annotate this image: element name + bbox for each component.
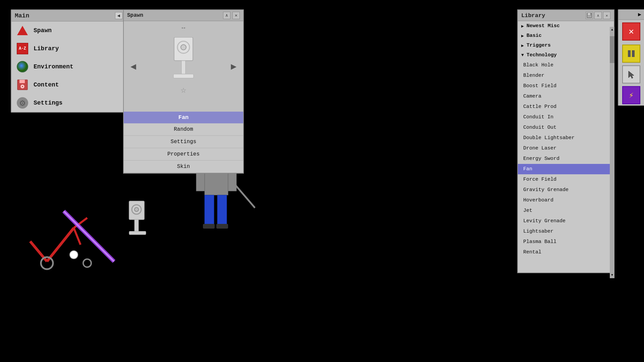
- spawn-random-btn[interactable]: Random: [124, 123, 243, 136]
- library-item-conduit-out[interactable]: Conduit Out: [518, 122, 614, 133]
- spawn-preview-area: ↔ ◀ ▶ ☆: [124, 21, 243, 112]
- library-item-jet[interactable]: Jet: [518, 205, 614, 216]
- settings-icon: [16, 97, 29, 109]
- spawn-menu-list: Random Settings Properties Skin: [124, 123, 243, 173]
- library-item-plasma-ball[interactable]: Plasma Ball: [518, 237, 614, 247]
- svg-point-11: [135, 207, 139, 212]
- environment-icon: [16, 60, 29, 73]
- svg-rect-31: [173, 74, 194, 78]
- spawn-close-btn[interactable]: ✕: [232, 12, 240, 19]
- main-panel-header: Main ◀: [11, 10, 126, 21]
- library-list: ▶ Newest Misc ▶ Basic ▶ Triggers ▼ Techn…: [518, 21, 614, 273]
- library-minimize-btn[interactable]: ∧: [594, 12, 602, 19]
- svg-point-8: [70, 251, 78, 259]
- library-item-gravity-grenade[interactable]: Gravity Grenade: [518, 185, 614, 195]
- library-item-double-lightsaber[interactable]: Double Lightsaber: [518, 133, 614, 143]
- spawn-skin-btn[interactable]: Skin: [124, 161, 243, 173]
- right-toolbar: ▶ ✕ ⚡: [618, 9, 644, 106]
- right-toolbar-collapse-btn[interactable]: ▶: [619, 9, 644, 20]
- svg-rect-13: [129, 231, 146, 235]
- main-panel-collapse-btn[interactable]: ◀: [115, 12, 122, 19]
- svg-line-6: [64, 211, 114, 261]
- svg-line-1: [30, 241, 47, 261]
- spawn-favorite-star[interactable]: ☆: [181, 84, 186, 96]
- sidebar-item-settings[interactable]: Settings: [11, 94, 126, 112]
- sidebar-item-content[interactable]: Content: [11, 76, 126, 94]
- svg-line-0: [47, 228, 74, 261]
- library-item-cattle-prod[interactable]: Cattle Prod: [518, 102, 614, 112]
- spawn-window-header: Spawn ∧ ✕: [124, 10, 243, 21]
- toolbar-cursor-btn[interactable]: [622, 65, 640, 83]
- svg-rect-24: [19, 80, 25, 83]
- toolbar-pause-btn[interactable]: [622, 45, 640, 63]
- spawn-item-preview: [168, 37, 199, 81]
- sidebar-item-spawn[interactable]: Spawn: [11, 21, 126, 40]
- svg-rect-33: [588, 13, 590, 15]
- library-label: Library: [34, 45, 59, 52]
- close-x-icon: ✕: [629, 26, 634, 37]
- library-item-hoverboard[interactable]: Hoverboard: [518, 195, 614, 205]
- spawn-window-title: Spawn: [127, 12, 143, 18]
- spawn-triangle-icon: [17, 26, 28, 35]
- library-panel: Library ∧ ✕ ▶ Newest Misc ▶ Basic ▶ Tr: [517, 9, 614, 273]
- library-scroll-up-btn[interactable]: ▲: [610, 27, 614, 33]
- svg-point-10: [132, 205, 141, 214]
- library-item-conduit-in[interactable]: Conduit In: [518, 112, 614, 122]
- library-item-blender[interactable]: Blender: [518, 70, 614, 81]
- library-icon: A-Z: [16, 42, 29, 55]
- library-category-newest-misc[interactable]: ▶ Newest Misc: [518, 21, 614, 31]
- toolbar-lightning-btn[interactable]: ⚡: [622, 86, 640, 104]
- svg-point-26: [22, 86, 23, 87]
- toolbar-close-btn[interactable]: ✕: [622, 22, 640, 41]
- library-item-black-hole[interactable]: Black Hole: [518, 60, 614, 70]
- library-save-btn[interactable]: [586, 12, 593, 19]
- spawn-next-btn[interactable]: ▶: [227, 57, 240, 75]
- spawn-minimize-btn[interactable]: ∧: [223, 12, 230, 19]
- library-item-fan[interactable]: Fan: [518, 164, 614, 174]
- library-item-force-field[interactable]: Force Field: [518, 174, 614, 185]
- svg-point-5: [83, 259, 91, 267]
- library-category-triggers[interactable]: ▶ Triggers: [518, 41, 614, 50]
- triggers-arrow: ▶: [521, 43, 524, 48]
- library-close-btn[interactable]: ✕: [603, 12, 610, 19]
- svg-rect-21: [203, 224, 215, 229]
- environment-label: Environment: [34, 63, 73, 70]
- library-item-camera[interactable]: Camera: [518, 91, 614, 102]
- library-scrollbar-thumb[interactable]: [610, 36, 614, 63]
- library-item-drone-laser[interactable]: Drone Laser: [518, 143, 614, 154]
- spawn-resize-handle[interactable]: ↔: [182, 24, 185, 31]
- cursor-icon: [627, 70, 636, 79]
- library-item-lightsaber[interactable]: Lightsaber: [518, 226, 614, 237]
- spawn-window: Spawn ∧ ✕ ↔ ◀ ▶ ☆ Fan Random Settings Pr…: [123, 9, 244, 174]
- svg-rect-9: [129, 201, 144, 220]
- library-scrollbar[interactable]: ▲ ▼: [610, 27, 614, 278]
- basic-arrow: ▶: [521, 33, 524, 39]
- disk-icon: [17, 79, 28, 90]
- library-item-boost-field[interactable]: Boost Field: [518, 81, 614, 91]
- library-panel-header: Library ∧ ✕: [518, 10, 614, 21]
- svg-rect-35: [628, 50, 631, 57]
- spawn-label: Spawn: [34, 27, 52, 34]
- library-item-levity-grenade[interactable]: Levity Grenade: [518, 216, 614, 226]
- technology-arrow: ▼: [521, 53, 524, 58]
- spawn-prev-btn[interactable]: ◀: [127, 57, 140, 75]
- svg-rect-36: [632, 50, 635, 57]
- settings-label: Settings: [34, 100, 62, 106]
- sidebar-item-environment[interactable]: Environment: [11, 58, 126, 76]
- svg-rect-22: [216, 224, 228, 229]
- svg-rect-20: [217, 195, 227, 225]
- library-item-rental[interactable]: Rental: [518, 247, 614, 257]
- triggers-label: Triggers: [527, 43, 551, 48]
- svg-line-3: [74, 228, 80, 245]
- spawn-properties-btn[interactable]: Properties: [124, 148, 243, 161]
- library-scroll-down-btn[interactable]: ▼: [610, 272, 614, 278]
- svg-rect-19: [205, 195, 214, 225]
- library-category-technology[interactable]: ▼ Technology: [518, 50, 614, 60]
- svg-marker-37: [629, 71, 634, 78]
- spawn-settings-btn[interactable]: Settings: [124, 136, 243, 148]
- library-category-basic[interactable]: ▶ Basic: [518, 31, 614, 41]
- library-item-energy-sword[interactable]: Energy Sword: [518, 154, 614, 164]
- library-az-icon: A-Z: [17, 43, 28, 54]
- sidebar-item-library[interactable]: A-Z Library: [11, 40, 126, 58]
- svg-line-7: [64, 211, 114, 261]
